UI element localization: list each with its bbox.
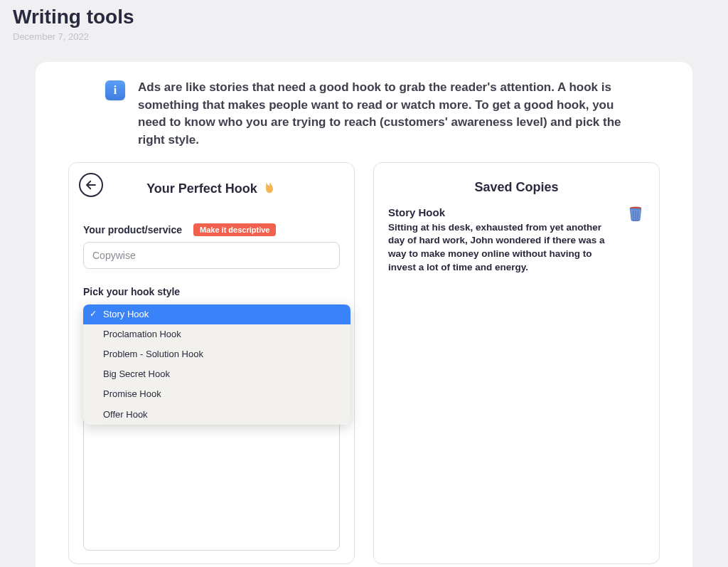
form-title: Your Perfect Hook (83, 180, 340, 198)
hook-style-dropdown[interactable]: Story Hook Proclamation Hook Problem - S… (83, 304, 350, 425)
hook-option-promise[interactable]: Promise Hook (83, 384, 350, 404)
saved-item-body: Sitting at his desk, exhausted from yet … (388, 221, 645, 275)
saved-title: Saved Copies (388, 180, 645, 195)
info-row: i Ads are like stories that need a good … (58, 75, 670, 162)
saved-copies-panel: Saved Copies Story Hook Sitting at his d… (373, 162, 660, 564)
back-button[interactable] (79, 173, 103, 197)
hook-option-offer[interactable]: Offer Hook (83, 405, 350, 425)
product-input[interactable] (83, 242, 340, 269)
hook-option-story[interactable]: Story Hook (83, 304, 350, 324)
trash-icon (628, 205, 643, 222)
hook-option-problem-solution[interactable]: Problem - Solution Hook (83, 344, 350, 364)
info-text: Ads are like stories that need a good ho… (138, 79, 641, 149)
saved-item-heading: Story Hook (388, 206, 645, 218)
hook-option-proclamation[interactable]: Proclamation Hook (83, 324, 350, 344)
hook-form-panel: Your Perfect Hook Your product/service M… (68, 162, 355, 564)
page-title: Writing tools (0, 0, 728, 28)
descriptive-badge: Make it descriptive (193, 223, 276, 236)
delete-button[interactable] (628, 205, 643, 222)
output-textarea[interactable] (83, 403, 340, 551)
page-date: December 7, 2022 (0, 28, 728, 42)
main-card: i Ads are like stories that need a good … (36, 62, 692, 567)
hook-style-label: Pick your hook style (83, 286, 340, 297)
hook-emoji-icon (262, 180, 277, 198)
info-icon: i (105, 80, 125, 100)
product-label: Your product/service (83, 224, 182, 235)
saved-copy-item: Story Hook Sitting at his desk, exhauste… (388, 206, 645, 275)
hook-option-big-secret[interactable]: Big Secret Hook (83, 364, 350, 384)
